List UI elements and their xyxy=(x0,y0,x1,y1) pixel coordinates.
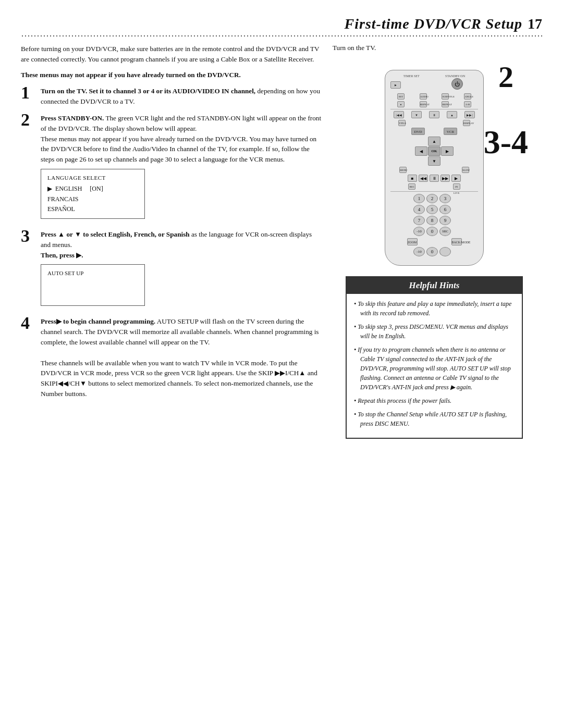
step-1: 1 Turn on the TV. Set it to channel 3 or… xyxy=(21,86,323,107)
zoom-btn: ZOOM xyxy=(407,238,418,245)
numpad: 1 2 3 4 5 6 7 8 9 -10 0 SRC xyxy=(413,194,455,236)
hint-1: To skip this feature and play a tape imm… xyxy=(354,299,515,318)
menu-slow-row: MENU SLOW xyxy=(390,167,478,173)
ch-down-btn: ▼ xyxy=(411,111,422,118)
lang-option-spanish: ESPAÑOL xyxy=(47,204,138,214)
step-4-number: 4 xyxy=(21,314,41,332)
in-live-btn: IN LIVE xyxy=(453,183,460,190)
lang-option-english: ▶ ENGLISH [ON] xyxy=(47,184,138,194)
dpad-right: ▶ xyxy=(441,146,454,156)
helpful-hints-box: Helpful Hints To skip this feature and p… xyxy=(346,276,523,439)
ff-btn: ▶▶ xyxy=(440,175,450,182)
step-2-extra: These menus may not appear if you have a… xyxy=(41,135,316,164)
step-2-content: Press STANDBY-ON. The green VCR light an… xyxy=(41,113,323,223)
step1-right-label: Turn on the TV. xyxy=(327,44,520,52)
dpad-topright-empty xyxy=(441,137,454,146)
remote-top-row: ▶ ⏻ xyxy=(390,78,478,92)
helpful-hints-body: To skip this feature and play a tape imm… xyxy=(347,294,522,438)
num9-btn: 9 xyxy=(439,216,451,225)
hint-5: To stop the Channel Setup while AUTO SET… xyxy=(354,410,515,428)
hint-2: To skip step 3, press DISC/MENU. VCR men… xyxy=(354,322,515,341)
intro-text: Before turning on your DVD/VCR, make sur… xyxy=(21,44,323,65)
remote-control: TIMER SET STANDBY/ON ▶ ⏻ SET UP AUDIO xyxy=(385,70,484,266)
lang-english: ENGLISH [ON] xyxy=(55,184,103,194)
num10-btn: -10 xyxy=(413,227,425,236)
hints-list: To skip this feature and play a tape imm… xyxy=(354,299,515,428)
left-column: Before turning on your DVD/VCR, make sur… xyxy=(21,44,323,439)
overlay-number-2: 2 xyxy=(498,59,513,94)
rec-live-row: REC IN LIVE xyxy=(390,183,478,190)
rec2-btn: REC xyxy=(408,183,415,190)
step1-label-text: Turn on the TV. xyxy=(333,44,376,52)
num4-btn: 4 xyxy=(413,205,425,214)
play-btn: ▶ xyxy=(451,175,461,182)
dpad-bottomleft-empty xyxy=(415,156,427,166)
main-layout: Before turning on your DVD/VCR, make sur… xyxy=(21,44,542,439)
step-1-number: 1 xyxy=(21,84,41,102)
dpad-ok: OK xyxy=(428,146,440,156)
timer-set-label: TIMER SET xyxy=(403,75,420,78)
lang-arrow: ▶ xyxy=(47,184,52,194)
remote-top-labels: TIMER SET STANDBY/ON xyxy=(390,75,478,78)
dpad-bottomright-empty xyxy=(441,156,454,166)
auto-setup-box: AUTO SET UP xyxy=(41,264,145,306)
rec-btn: ● xyxy=(397,101,405,107)
step-3-number: 3 xyxy=(21,227,41,245)
rew-btn: ◀◀ xyxy=(419,175,428,182)
dpad-down: ▼ xyxy=(428,156,440,166)
extra-src-btn xyxy=(439,247,451,256)
dotted-divider xyxy=(21,34,542,38)
timer-set-btn: ▶ xyxy=(390,81,401,89)
standby-label: STANDBY/ON xyxy=(445,75,465,78)
transport-row: ■ ◀◀ ⏸ ▶▶ ▶ xyxy=(390,175,478,182)
setup-btn: SET UP xyxy=(397,93,405,100)
angle-btn: ANGLE xyxy=(464,93,471,100)
repeat2-btn: REPEAT xyxy=(442,101,449,107)
step-2-number: 2 xyxy=(21,111,41,129)
search-btn: SRC xyxy=(439,227,451,236)
step-4-content: Press▶ to begin channel programming. AUT… xyxy=(41,316,323,399)
title-display-row: TITLE DISPLAY xyxy=(390,120,478,126)
step-1-main: Turn on the TV. Set it to channel 3 or 4… xyxy=(41,87,255,95)
num0-btn: 0 xyxy=(426,227,438,236)
step-3-then-press: Then, press ▶. xyxy=(41,251,83,259)
hint-3: If you try to program channels when ther… xyxy=(354,345,515,392)
lang-option-french: FRANCAIS xyxy=(47,194,138,204)
language-select-box: LANGUAGE SELECT ▶ ENGLISH [ON] FRANCAIS … xyxy=(41,169,145,219)
step-3-main: Press ▲ or ▼ to select English, French, … xyxy=(41,230,190,238)
skip-prev-btn: |◀◀ xyxy=(394,111,404,118)
num3-btn: 3 xyxy=(439,194,451,203)
step-1-content: Turn on the TV. Set it to channel 3 or 4… xyxy=(41,86,323,107)
dpad-up: ▲ xyxy=(428,137,440,146)
remote-area: 2 TIMER SET STANDBY/ON ▶ ⏻ xyxy=(346,54,523,266)
right-column: Turn on the TV. 2 TIMER SET STANDBY/ON xyxy=(338,44,531,439)
setup-row: SET UP AUDIO SUBTITLE ANGLE xyxy=(390,93,478,100)
standby-on-btn: ⏻ xyxy=(451,78,463,90)
repeat1-btn: REPEAT xyxy=(420,101,427,107)
pause-btn: ⏸ xyxy=(430,175,439,182)
step-2-main: Press STANDBY-ON. xyxy=(41,114,104,122)
subtitle-btn: SUBTITLE xyxy=(442,93,449,100)
extra0-btn: 0 xyxy=(426,247,438,256)
divider2 xyxy=(390,191,478,192)
num7-btn: 7 xyxy=(413,216,425,225)
divider1 xyxy=(390,109,478,109)
step-3-content: Press ▲ or ▼ to select English, French, … xyxy=(41,229,323,310)
step-3: 3 Press ▲ or ▼ to select English, French… xyxy=(21,229,323,310)
num8-btn: 8 xyxy=(426,216,438,225)
back-mode-btn: BACK/MODE xyxy=(451,238,462,245)
title-btn: TITLE xyxy=(398,120,406,126)
ch-mid-btn: ⏸ xyxy=(429,111,439,118)
ab-btn: A-B xyxy=(464,101,471,107)
page-title: First-time DVD/VCR Setup xyxy=(345,16,522,32)
last-numpad-row: -10 0 xyxy=(413,247,455,256)
num6-btn: 6 xyxy=(439,205,451,214)
stop-btn: ■ xyxy=(408,175,417,182)
extra1-btn: -10 xyxy=(413,247,425,256)
lang-box-title: LANGUAGE SELECT xyxy=(47,174,138,182)
num2-btn: 2 xyxy=(426,194,438,203)
dpad: ▲ ◀ OK ▶ ▼ xyxy=(415,137,454,166)
audio-btn: AUDIO xyxy=(420,93,427,100)
zoom-back-row: ZOOM BACK/MODE xyxy=(390,238,478,245)
dvd-btn: DVD xyxy=(411,128,425,135)
